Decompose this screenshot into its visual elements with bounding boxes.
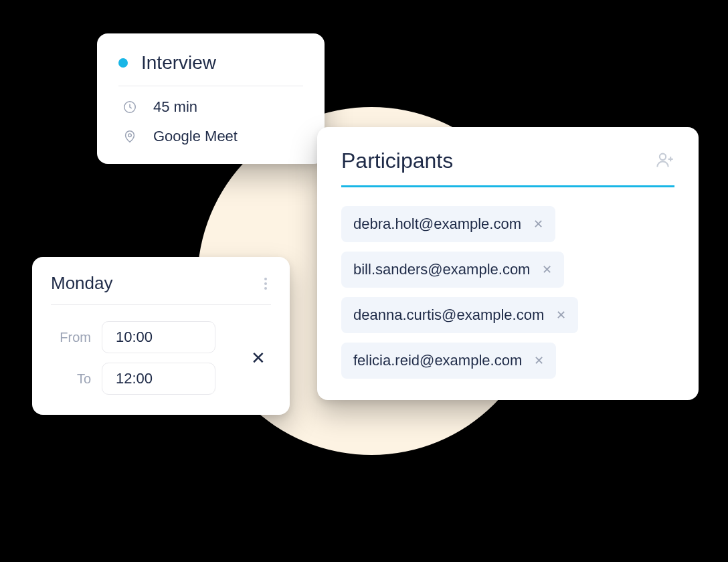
more-menu-icon[interactable]: [260, 274, 271, 294]
day-availability-card: Monday From To ✕: [32, 257, 290, 415]
add-participant-button[interactable]: [656, 151, 674, 172]
location-text: Google Meet: [153, 128, 238, 145]
participant-chip: felicia.reid@example.com ✕: [341, 343, 556, 379]
participant-email: felicia.reid@example.com: [353, 352, 522, 369]
duration-row: 45 min: [118, 98, 303, 116]
day-name: Monday: [51, 273, 113, 294]
from-time-input[interactable]: [102, 321, 215, 353]
participant-email: deanna.curtis@example.com: [353, 306, 544, 324]
participant-chip: deanna.curtis@example.com ✕: [341, 297, 578, 333]
participants-list: debra.holt@example.com ✕ bill.sanders@ex…: [341, 187, 674, 379]
status-dot-icon: [118, 58, 128, 68]
participant-email: debra.holt@example.com: [353, 215, 521, 233]
participant-email: bill.sanders@example.com: [353, 261, 530, 278]
interview-header: Interview: [118, 52, 303, 86]
remove-participant-icon[interactable]: ✕: [556, 308, 566, 322]
interview-title: Interview: [141, 52, 216, 74]
to-label: To: [51, 371, 91, 387]
svg-point-1: [128, 134, 132, 137]
participant-chip: debra.holt@example.com ✕: [341, 206, 555, 242]
to-time-input[interactable]: [102, 363, 215, 395]
participant-chip: bill.sanders@example.com ✕: [341, 252, 564, 288]
interview-card: Interview 45 min Google Meet: [97, 33, 325, 164]
svg-point-2: [660, 153, 666, 159]
location-pin-icon: [122, 129, 137, 144]
to-time-row: To: [51, 363, 246, 395]
day-header: Monday: [51, 273, 271, 305]
remove-timeslot-button[interactable]: ✕: [246, 343, 271, 374]
remove-participant-icon[interactable]: ✕: [542, 262, 552, 277]
duration-text: 45 min: [153, 98, 197, 116]
clock-icon: [122, 100, 137, 114]
participants-card: Participants debra.holt@example.com ✕ bi…: [317, 127, 699, 400]
remove-participant-icon[interactable]: ✕: [533, 217, 543, 231]
participants-title: Participants: [341, 149, 453, 173]
from-label: From: [51, 330, 91, 345]
remove-participant-icon[interactable]: ✕: [534, 353, 544, 368]
location-row: Google Meet: [118, 128, 303, 145]
participants-header: Participants: [341, 149, 674, 187]
from-time-row: From: [51, 321, 246, 353]
